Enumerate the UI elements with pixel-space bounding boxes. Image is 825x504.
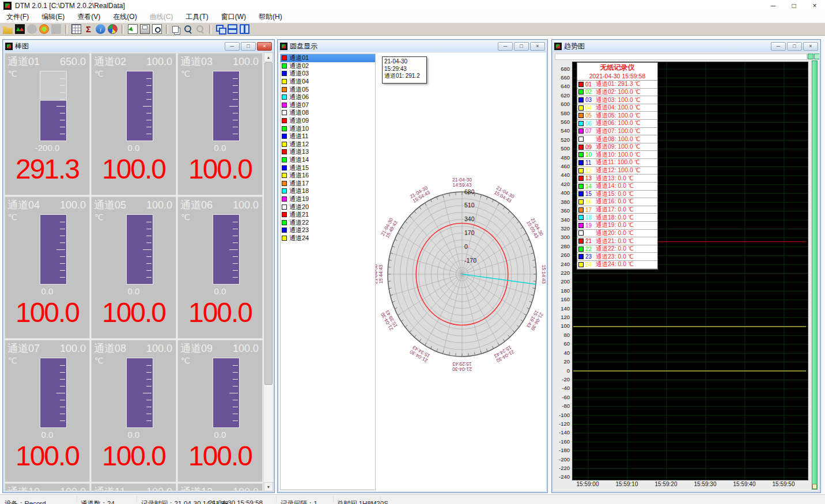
channel-list-item-通道11[interactable]: 通道11 — [281, 132, 375, 141]
disc-window-titlebar[interactable]: 圆盘显示 ─ □ × — [278, 40, 547, 52]
print-preview-icon[interactable] — [152, 24, 162, 34]
gauge-tick — [233, 229, 238, 229]
minimize-button[interactable]: ─ — [763, 0, 784, 12]
data-table-icon[interactable] — [71, 24, 81, 34]
channel-list-item-通道13[interactable]: 通道13 — [281, 148, 375, 156]
y-axis-tick: -220 — [553, 465, 570, 471]
gauge-cell-通道05: 通道05100.0℃0.0100.0 — [91, 196, 176, 339]
copy-icon[interactable] — [172, 26, 179, 33]
cascade-windows-icon[interactable] — [215, 24, 225, 34]
gauge-tick — [56, 393, 65, 393]
child-minimize-button[interactable]: ─ — [225, 42, 240, 51]
child-minimize-button[interactable]: ─ — [771, 42, 786, 51]
channel-list-item-通道12[interactable]: 通道12 — [281, 141, 375, 149]
trend-vertical-slider[interactable] — [812, 60, 818, 490]
channel-list-item-通道21[interactable]: 通道21 — [281, 211, 375, 219]
channel-list-item-通道06[interactable]: 通道06 — [281, 93, 375, 101]
export-data-icon[interactable] — [128, 24, 138, 34]
tile-vertical-icon[interactable] — [240, 24, 249, 34]
legend-channel-value: 通道20: 0.0 ℃ — [596, 229, 634, 237]
gauge-cell-通道11: 通道11100.0℃0.0100.0 — [91, 483, 176, 491]
child-close-button[interactable]: × — [257, 42, 272, 51]
menu-item-在线(O)[interactable]: 在线(O) — [107, 11, 143, 23]
y-axis-tick: 480 — [553, 154, 570, 161]
maximize-button[interactable]: □ — [784, 0, 804, 12]
menu-item-帮助(H)[interactable]: 帮助(H) — [252, 11, 289, 23]
gauge-tick — [229, 249, 238, 250]
legend-channel-number: 19 — [585, 222, 594, 229]
child-minimize-button[interactable]: ─ — [498, 42, 513, 51]
legend-color-swatch — [578, 184, 584, 189]
channel-list-item-通道15[interactable]: 通道15 — [281, 164, 375, 172]
zoom-icon[interactable] — [183, 24, 193, 34]
child-maximize-button[interactable]: □ — [787, 42, 802, 51]
channel-list-item-通道14[interactable]: 通道14 — [281, 156, 375, 164]
close-button[interactable]: × — [804, 0, 825, 12]
menu-item-查看(V)[interactable]: 查看(V) — [71, 11, 107, 23]
scroll-up-button[interactable]: ▲ — [264, 52, 273, 62]
channel-list-item-通道05[interactable]: 通道05 — [281, 85, 375, 93]
bar-window-titlebar[interactable]: 棒图 ─ □ × — [3, 40, 274, 52]
x-axis-tick: 15:59:50 — [765, 481, 802, 487]
channel-list-item-通道08[interactable]: 通道08 — [281, 109, 375, 117]
channel-list-item-通道20[interactable]: 通道20 — [281, 203, 375, 211]
legend-color-swatch — [578, 121, 584, 126]
y-axis-tick: 200 — [553, 278, 570, 285]
legend-row-通道19: 19通道19: 0.0 ℃ — [577, 222, 657, 230]
svg-text:-170: -170 — [464, 257, 476, 264]
slider-thumb[interactable] — [812, 484, 817, 489]
trend-window-titlebar[interactable]: 趋势图 ─ □ × — [552, 40, 820, 52]
trend-split-handle-2[interactable] — [814, 54, 819, 59]
application-window: DTM 2.0.1 [C:\DTM 2.0.2\RealData] ─ □ × … — [0, 0, 825, 504]
svg-text:15:54:43: 15:54:43 — [411, 190, 431, 204]
vertical-scrollbar[interactable]: ▲ ▼ — [263, 52, 273, 491]
gauge-tick — [146, 229, 152, 229]
channel-list-item-通道10[interactable]: 通道10 — [281, 124, 375, 132]
menu-item-编辑(E)[interactable]: 编辑(E) — [35, 11, 71, 23]
pie-chart-icon[interactable] — [108, 24, 118, 34]
info-icon[interactable]: i — [96, 24, 105, 34]
gauge-tick — [60, 372, 65, 373]
menu-item-工具(T)[interactable]: 工具(T) — [179, 11, 214, 23]
print-icon[interactable] — [140, 24, 150, 34]
channel-list-item-通道23[interactable]: 通道23 — [281, 226, 375, 234]
channel-list-item-通道17[interactable]: 通道17 — [281, 180, 375, 188]
unit-label: ℃ — [8, 213, 17, 222]
gauge-cell-header: 通道01650.0 — [5, 54, 89, 67]
channel-list-item-通道03[interactable]: 通道03 — [281, 70, 375, 78]
legend-channel-number: 18 — [585, 214, 594, 221]
scale-min-value: 0.0 — [92, 430, 176, 439]
realtime-chart-icon[interactable] — [15, 24, 25, 34]
child-close-button[interactable]: × — [803, 42, 818, 51]
toolbar-separator — [65, 25, 67, 34]
svg-text:15:39:43: 15:39:43 — [384, 309, 399, 329]
channel-list-item-通道07[interactable]: 通道07 — [281, 101, 375, 109]
menu-item-文件(F)[interactable]: 文件(F) — [0, 11, 35, 23]
child-close-button[interactable]: × — [530, 42, 545, 51]
legend-channel-number: 17 — [585, 207, 594, 213]
channel-list-item-通道22[interactable]: 通道22 — [281, 218, 375, 226]
statistics-sigma-icon[interactable]: Σ — [84, 24, 93, 34]
channel-list-item-通道02[interactable]: 通道02 — [281, 62, 375, 70]
record-start-icon[interactable] — [39, 24, 49, 34]
menu-item-窗口(W)[interactable]: 窗口(W) — [215, 11, 252, 23]
scrollbar-thumb[interactable] — [264, 62, 273, 385]
legend-row-通道22: 22通道22: 0.0 ℃ — [577, 245, 657, 253]
channel-list-item-通道18[interactable]: 通道18 — [281, 187, 375, 195]
channel-list-item-通道24[interactable]: 通道24 — [281, 234, 375, 242]
channel-list-item-通道19[interactable]: 通道19 — [281, 195, 375, 203]
channel-list-item-通道16[interactable]: 通道16 — [281, 172, 375, 180]
channel-list-item-通道09[interactable]: 通道09 — [281, 117, 375, 125]
gauge-tick — [146, 386, 152, 386]
trend-split-handle[interactable] — [808, 54, 813, 59]
gauge-tick — [233, 270, 238, 271]
child-maximize-button[interactable]: □ — [514, 42, 529, 51]
open-file-icon[interactable] — [3, 24, 13, 34]
channel-list-item-通道04[interactable]: 通道04 — [281, 78, 375, 86]
gauge-tick — [233, 127, 238, 127]
tile-horizontal-icon[interactable] — [228, 24, 237, 34]
scroll-down-button[interactable]: ▼ — [264, 482, 273, 491]
child-maximize-button[interactable]: □ — [241, 42, 256, 51]
channel-color-swatch — [282, 103, 287, 108]
channel-list-item-通道01[interactable]: 通道01 — [281, 54, 375, 62]
